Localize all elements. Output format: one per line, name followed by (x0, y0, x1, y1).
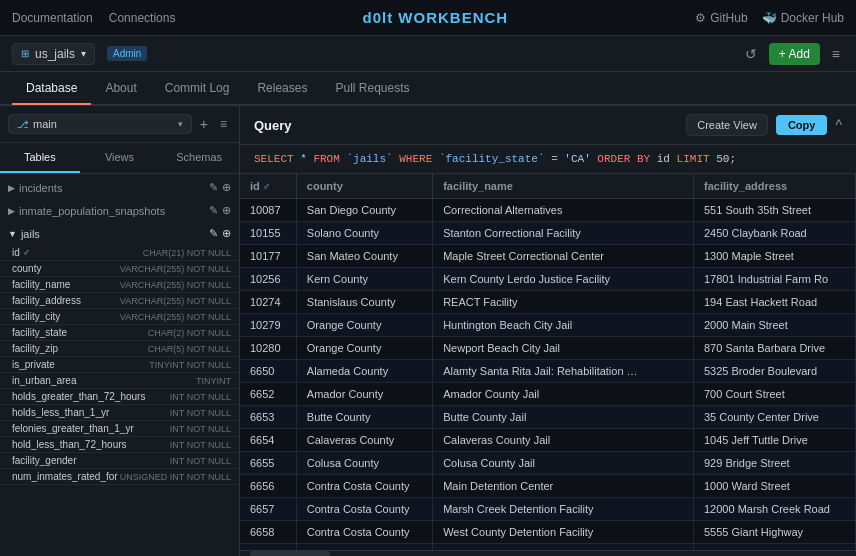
edit-icon-2[interactable]: ✎ (209, 204, 218, 217)
sidebar: ⎇ main ▾ + ≡ Tables Views Schemas ▶ inci… (0, 106, 240, 556)
edit-icon[interactable]: ✎ (209, 181, 218, 194)
field-id: id ♂ CHAR(21) NOT NULL (0, 245, 239, 261)
sql-table-name: `jails` (346, 153, 392, 165)
cell-id: 10279 (240, 314, 296, 337)
sidebar-group-jails[interactable]: ▼ jails ✎ ⊕ (0, 222, 239, 245)
add-circle-icon-2[interactable]: ⊕ (222, 204, 231, 217)
db-name: us_jails (35, 47, 75, 61)
cell-facility_name: REACT Facility (433, 291, 694, 314)
group-jails-label: jails (21, 228, 205, 240)
sidebar-tab-schemas[interactable]: Schemas (159, 143, 239, 173)
cell-facility_address: 194 East Hackett Road (694, 291, 856, 314)
cell-facility_address: 12000 Marsh Creek Road (694, 498, 856, 521)
github-icon: ⚙ (695, 11, 706, 25)
table-row: 10279Orange CountyHuntington Beach City … (240, 314, 856, 337)
add-circle-icon[interactable]: ⊕ (222, 181, 231, 194)
results-container[interactable]: id ♂ county facility_name facility_addre… (240, 174, 856, 550)
sql-string-value: 'CA' (564, 153, 590, 165)
group-jails-icons: ✎ ⊕ (209, 227, 231, 240)
cell-id: 10177 (240, 245, 296, 268)
cell-county: Amador County (296, 383, 432, 406)
docker-icon: 🐳 (762, 11, 777, 25)
collapse-button[interactable]: ^ (835, 117, 842, 133)
tab-database[interactable]: Database (12, 73, 91, 105)
cell-facility_address: 700 Court Street (694, 383, 856, 406)
field-felonies: felonies_greater_than_1_yr INT NOT NULL (0, 421, 239, 437)
cell-facility_address: 551 South 35th Street (694, 199, 856, 222)
col-header-id[interactable]: id ♂ (240, 174, 296, 199)
group-incidents-label: incidents (19, 182, 205, 194)
cell-id: 6653 (240, 406, 296, 429)
sidebar-tab-views[interactable]: Views (80, 143, 160, 173)
docker-label: Docker Hub (781, 11, 844, 25)
sql-column-name: `facility_state` (439, 153, 545, 165)
cell-facility_name: Alamty Santa Rita Jail: Rehabilitation … (433, 360, 694, 383)
horizontal-scrollbar[interactable] (240, 550, 856, 556)
table-row: 10155Solano CountyStanton Correctional F… (240, 222, 856, 245)
tab-pull-requests[interactable]: Pull Requests (321, 73, 423, 105)
cell-facility_name: Stanton Correctional Facility (433, 222, 694, 245)
menu-button[interactable]: ≡ (828, 42, 844, 66)
create-view-button[interactable]: Create View (686, 114, 768, 136)
admin-badge: Admin (107, 46, 147, 61)
connections-link[interactable]: Connections (109, 11, 176, 25)
chevron-down-icon: ▾ (81, 48, 86, 59)
table-row: 10256Kern CountyKern County Lerdo Justic… (240, 268, 856, 291)
branch-name: main (33, 118, 57, 130)
field-facility-gender: facility_gender INT NOT NULL (0, 453, 239, 469)
db-selector[interactable]: ⊞ us_jails ▾ (12, 43, 95, 65)
col-header-facility-address[interactable]: facility_address (694, 174, 856, 199)
col-header-county[interactable]: county (296, 174, 432, 199)
cell-facility_address: 2450 Claybank Road (694, 222, 856, 245)
sql-limit-val: 50; (716, 153, 736, 165)
cell-county: Butte County (296, 406, 432, 429)
cell-county: Stanislaus County (296, 291, 432, 314)
sql-eq: = (551, 153, 564, 165)
top-nav-right: ⚙ GitHub 🐳 Docker Hub (695, 11, 844, 25)
edit-icon-3[interactable]: ✎ (209, 227, 218, 240)
cell-facility_name: Main Detention Center (433, 475, 694, 498)
cell-facility_name: Butte County Jail (433, 406, 694, 429)
tab-releases[interactable]: Releases (243, 73, 321, 105)
cell-county: Colusa County (296, 452, 432, 475)
cell-id: 6654 (240, 429, 296, 452)
field-is-private: is_private TINYINT NOT NULL (0, 357, 239, 373)
table-row: 6655Colusa CountyColusa County Jail929 B… (240, 452, 856, 475)
logo-prefix: d0lt (363, 9, 394, 26)
github-label: GitHub (710, 11, 747, 25)
add-button[interactable]: + Add (769, 43, 820, 65)
logo: d0lt WORKBENCH (195, 9, 675, 26)
docker-link[interactable]: 🐳 Docker Hub (762, 11, 844, 25)
cell-county: Kern County (296, 268, 432, 291)
cell-facility_address: 929 Bridge Street (694, 452, 856, 475)
sidebar-group-incidents[interactable]: ▶ incidents ✎ ⊕ (0, 176, 239, 199)
github-link[interactable]: ⚙ GitHub (695, 11, 747, 25)
sql-limit: LIMIT (677, 153, 710, 165)
add-circle-icon-3[interactable]: ⊕ (222, 227, 231, 240)
sql-display: SELECT * FROM `jails` WHERE `facility_st… (240, 145, 856, 174)
sidebar-add-button[interactable]: + (196, 112, 212, 136)
field-facility-address: facility_address VARCHAR(255) NOT NULL (0, 293, 239, 309)
cell-facility_address: 1000 Ward Street (694, 475, 856, 498)
tab-commit-log[interactable]: Commit Log (151, 73, 244, 105)
cell-id: 6652 (240, 383, 296, 406)
refresh-button[interactable]: ↺ (741, 42, 761, 66)
sidebar-menu-button[interactable]: ≡ (216, 113, 231, 135)
copy-button[interactable]: Copy (776, 115, 828, 135)
sidebar-group-inmate[interactable]: ▶ inmate_population_snapshots ✎ ⊕ (0, 199, 239, 222)
tab-about[interactable]: About (91, 73, 150, 105)
col-header-facility-name[interactable]: facility_name (433, 174, 694, 199)
sidebar-tab-tables[interactable]: Tables (0, 143, 80, 173)
cell-facility_address: 17801 Industrial Farm Ro (694, 268, 856, 291)
scroll-thumb[interactable] (250, 551, 330, 556)
group-incidents-icons: ✎ ⊕ (209, 181, 231, 194)
documentation-link[interactable]: Documentation (12, 11, 93, 25)
group-inmate-icons: ✎ ⊕ (209, 204, 231, 217)
query-header: Query Create View Copy ^ (240, 106, 856, 145)
cell-facility_name: Colusa County Jail (433, 452, 694, 475)
cell-id: 6656 (240, 475, 296, 498)
field-num-inmates: num_inmates_rated_for UNSIGNED INT NOT N… (0, 469, 239, 485)
content-area: Query Create View Copy ^ SELECT * FROM `… (240, 106, 856, 556)
cell-facility_name: Amador County Jail (433, 383, 694, 406)
cell-facility_name: Maple Street Correctional Center (433, 245, 694, 268)
